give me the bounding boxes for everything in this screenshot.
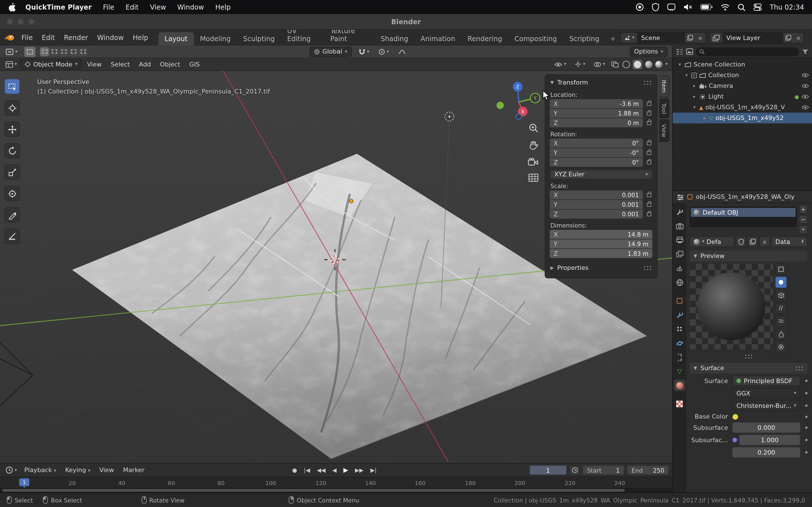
scale-y-field[interactable]: Y0.001 [550, 200, 643, 209]
mute-icon[interactable] [683, 3, 693, 11]
scale-tool[interactable] [4, 165, 20, 180]
hide-camera-eye-icon[interactable] [801, 83, 809, 89]
collection-checkbox[interactable]: ✓ [691, 72, 697, 78]
tab-modifier-properties[interactable] [674, 309, 685, 321]
properties-panel-header[interactable]: ▶ Properties [550, 263, 652, 273]
material-slot-active[interactable]: Default OBJ [691, 208, 796, 217]
transform-tool[interactable] [4, 186, 20, 201]
keyframe-dot[interactable] [805, 427, 808, 429]
new-material-copy-icon[interactable] [748, 237, 758, 247]
workspace-tab-modeling[interactable]: Modeling [194, 32, 237, 46]
preview-sphere-button[interactable] [775, 277, 786, 288]
panel-drag-handle-2[interactable] [644, 265, 652, 270]
delete-scene-button[interactable]: × [695, 33, 705, 43]
options-dropdown[interactable]: Options ▾ [629, 47, 668, 57]
select-mode-extend[interactable] [50, 47, 59, 56]
annotate-tool[interactable] [4, 207, 20, 223]
menubar-file[interactable]: File [97, 3, 120, 11]
lock-scale-x-icon[interactable] [647, 193, 651, 197]
apple-menu-icon[interactable] [8, 3, 16, 11]
outliner-row-collection[interactable]: ▾ ✓ Collection [673, 70, 812, 80]
outliner-row-mesh-object[interactable]: ▾ ▲ obj-USGS_1m_x49y528_V [673, 102, 812, 113]
gis-menu[interactable]: GIS [185, 59, 204, 69]
dimensions-x-field[interactable]: X14.8 m [550, 230, 652, 239]
shield-icon[interactable] [652, 3, 659, 11]
timeline-scrollbar[interactable] [0, 488, 672, 492]
lock-rotation-y-icon[interactable] [647, 151, 651, 155]
tab-tool-properties[interactable] [674, 206, 685, 217]
snap-toggle[interactable]: ▾ [356, 47, 371, 57]
play-button[interactable]: ▶ [343, 466, 348, 474]
rotation-mode-dropdown[interactable]: XYZ Euler▾ [550, 170, 652, 179]
workspace-tab-animation[interactable]: Animation [414, 32, 461, 46]
preview-cloth-button[interactable] [775, 316, 786, 327]
outliner-row-mesh-data[interactable]: ▸ ▽ obj-USGS_1m_x49y52 [673, 113, 812, 123]
viewport-editor-type-button[interactable]: ▾ [3, 59, 19, 69]
n-panel-tab-tool[interactable]: Tool [659, 99, 669, 119]
topbar-window-menu[interactable]: Window [93, 32, 128, 43]
outliner-search-input[interactable] [696, 47, 799, 56]
keyframe-dot[interactable] [805, 380, 808, 382]
topbar-edit-menu[interactable]: Edit [37, 32, 59, 43]
screen-record-icon[interactable] [636, 3, 644, 11]
keyframe-dot[interactable] [805, 451, 808, 453]
timeline-ruler[interactable]: 1 20 40 60 80 100 120 140 160 180 200 22… [0, 476, 672, 488]
subsurface-radius-field[interactable]: 1.000 [739, 435, 800, 445]
grid-view-icon[interactable] [528, 173, 538, 182]
workspace-tab-shading[interactable]: Shading [374, 32, 414, 46]
menubar-clock[interactable]: Thu 02:34 [770, 3, 804, 11]
keyframe-dot[interactable] [805, 392, 808, 394]
object-origin-dot[interactable] [350, 200, 353, 203]
preview-range-toggle[interactable] [569, 465, 580, 475]
shading-rendered-button[interactable] [655, 61, 663, 68]
workspace-tab-compositing[interactable]: Compositing [508, 32, 563, 46]
topbar-file-menu[interactable]: File [17, 32, 37, 43]
scale-z-field[interactable]: Z0.001 [550, 210, 643, 219]
gizmo-y-neg-axis[interactable] [497, 102, 504, 109]
slot-specials-button[interactable]: ▾ [799, 225, 808, 234]
keying-menu[interactable]: Keying ▾ [61, 465, 94, 475]
preview-flat-button[interactable] [775, 264, 786, 275]
lock-location-x-icon[interactable] [647, 102, 651, 106]
unlink-material-button[interactable]: × [760, 237, 770, 247]
mode-dropdown[interactable]: Object Mode ▾ [20, 59, 82, 69]
menubar-help[interactable]: Help [210, 3, 237, 11]
subsurface-extra-field[interactable]: 0.200 [732, 447, 800, 457]
panel-drag-handle[interactable] [644, 80, 652, 85]
scene-name[interactable]: Scene [637, 33, 685, 43]
add-slot-button[interactable]: + [799, 205, 808, 214]
record-button[interactable]: ● [292, 467, 297, 473]
material-slot-list[interactable]: Default OBJ [690, 207, 797, 227]
select-mode-invert[interactable] [69, 47, 78, 56]
lock-location-z-icon[interactable] [647, 121, 651, 125]
menubar-app-name[interactable]: QuickTime Player [24, 3, 97, 11]
spotlight-icon[interactable] [738, 3, 746, 11]
lock-scale-y-icon[interactable] [647, 203, 651, 207]
outliner-editor-type-button[interactable] [676, 48, 683, 55]
wifi-icon[interactable] [721, 3, 730, 11]
properties-editor-type-button[interactable] [677, 193, 684, 200]
shading-wireframe-button[interactable] [622, 61, 630, 68]
properties-breadcrumb[interactable]: obj-USGS_1m_x49y528_WA_Oly [696, 193, 795, 201]
browse-material-button[interactable]: ▾ Defa [690, 237, 734, 247]
view-menu[interactable]: View [83, 59, 106, 69]
active-tool-icon[interactable] [24, 47, 36, 57]
outliner-row-light[interactable]: ▸ Light ● [673, 91, 812, 102]
hide-collection-eye-icon[interactable] [801, 73, 809, 78]
preview-section-header[interactable]: ▼ Preview [690, 251, 808, 262]
menubar-view[interactable]: View [144, 3, 172, 11]
proportional-falloff-icon[interactable] [396, 47, 408, 57]
tab-constraint-properties[interactable] [674, 351, 685, 363]
new-view-layer-button[interactable] [783, 33, 794, 43]
start-frame-field[interactable]: Start1 [582, 465, 624, 475]
intercom-icon[interactable] [667, 3, 675, 11]
object-menu[interactable]: Object [156, 59, 184, 69]
measure-tool[interactable] [4, 229, 20, 244]
tab-render-properties[interactable] [674, 220, 685, 231]
gizmos-dropdown[interactable]: ▾ [572, 59, 588, 69]
surface-drag-handle[interactable] [795, 365, 804, 371]
shading-solid-button[interactable] [634, 61, 641, 68]
location-x-field[interactable]: X-3.6 m [550, 99, 643, 108]
workspace-tab-sculpting[interactable]: Sculpting [237, 32, 281, 46]
rotate-tool[interactable] [4, 143, 20, 158]
